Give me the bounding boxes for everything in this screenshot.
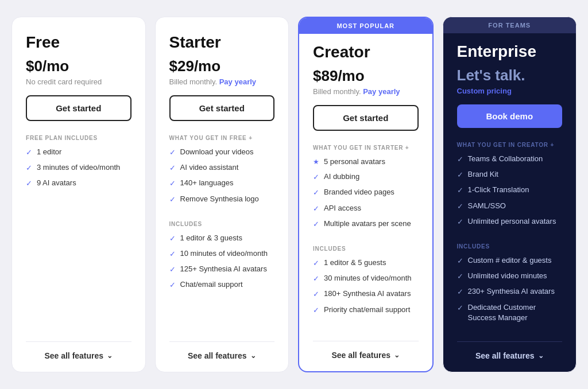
check-icon: ✓: [457, 170, 463, 180]
creator-inc-3: ✓ 180+ Synthesia AI avatars: [313, 289, 419, 299]
check-icon: ✓: [169, 163, 176, 173]
creator-includes-label: INCLUDES: [313, 246, 419, 252]
creator-includes-list: ✓ 1 editor & 5 guests ✓ 30 minutes of vi…: [313, 258, 419, 320]
free-feature-1: ✓ 1 editor: [26, 147, 131, 158]
check-icon: ✓: [457, 303, 463, 313]
starter-see-all[interactable]: See all features ⌄: [169, 341, 275, 360]
starter-feature-2: ✓ AI video assistant: [169, 162, 275, 173]
creator-cta-button[interactable]: Get started: [313, 105, 419, 131]
check-icon: ✓: [313, 172, 319, 182]
enterprise-inc-2: ✓ Unlimited video minutes: [457, 271, 563, 282]
check-icon: ✓: [313, 274, 319, 284]
enterprise-top-feature-list: ✓ Teams & Collaboration ✓ Brand Kit ✓ 1-…: [457, 154, 563, 232]
free-section-label: FREE PLAN INCLUDES: [26, 135, 131, 141]
star-icon: ★: [313, 157, 319, 167]
creator-inc-2: ✓ 30 minutes of video/month: [313, 273, 419, 284]
creator-inc-1: ✓ 1 editor & 5 guests: [313, 258, 419, 269]
check-icon: ✓: [169, 147, 176, 158]
starter-plan-name: Starter: [169, 33, 275, 52]
starter-includes-label: INCLUDES: [169, 221, 275, 227]
check-icon: ✓: [313, 289, 319, 299]
creator-price: $89/mo: [313, 67, 419, 85]
free-cta-button[interactable]: Get started: [26, 95, 131, 121]
starter-pay-yearly: Pay yearly: [219, 77, 256, 86]
creator-inc-4: ✓ Priority chat/email support: [313, 305, 419, 316]
enterprise-plan-name: Enterprise: [457, 42, 563, 61]
chevron-down-icon: ⌄: [107, 352, 113, 360]
enterprise-feature-3: ✓ 1-Click Translation: [457, 185, 563, 196]
check-icon: ✓: [313, 219, 319, 229]
card-enterprise: FOR TEAMS Enterprise Let's talk. Custom …: [443, 17, 577, 372]
free-feature-2: ✓ 3 minutes of video/month: [26, 162, 131, 173]
starter-feature-1: ✓ Download your videos: [169, 147, 275, 158]
check-icon: ✓: [457, 154, 463, 165]
check-icon: ✓: [169, 178, 176, 189]
free-feature-3: ✓ 9 AI avatars: [26, 178, 131, 189]
free-feature-list: ✓ 1 editor ✓ 3 minutes of video/month ✓ …: [26, 147, 131, 194]
enterprise-badge: FOR TEAMS: [443, 17, 577, 33]
creator-feature-3: ✓ Branded video pages: [313, 187, 419, 198]
check-icon: ✓: [457, 287, 463, 297]
starter-top-feature-list: ✓ Download your videos ✓ AI video assist…: [169, 147, 275, 209]
check-icon: ✓: [26, 147, 32, 158]
starter-feature-4: ✓ Remove Synthesia logo: [169, 194, 275, 205]
enterprise-includes-list: ✓ Custom # editor & guests ✓ Unlimited v…: [457, 255, 563, 328]
starter-inc-4: ✓ Chat/email support: [169, 279, 275, 290]
creator-billed: Billed monthly. Pay yearly: [313, 87, 419, 96]
starter-inc-2: ✓ 10 minutes of video/month: [169, 248, 275, 259]
check-icon: ✓: [457, 185, 463, 196]
creator-see-all[interactable]: See all features ⌄: [313, 341, 419, 360]
check-icon: ✓: [26, 163, 32, 173]
check-icon: ✓: [457, 271, 463, 282]
creator-feature-4: ✓ API access: [313, 203, 419, 214]
check-icon: ✓: [169, 249, 176, 259]
card-starter: Starter $29/mo Billed monthly. Pay yearl…: [155, 17, 289, 372]
check-icon: ✓: [313, 204, 319, 214]
enterprise-includes-label: INCLUDES: [457, 243, 563, 250]
enterprise-inc-4: ✓ Dedicated Customer Success Manager: [457, 302, 563, 323]
check-icon: ✓: [457, 256, 463, 266]
chevron-down-icon: ⌄: [250, 352, 256, 360]
starter-inc-1: ✓ 1 editor & 3 guests: [169, 233, 275, 244]
starter-section-label: WHAT YOU GET IN FREE +: [169, 135, 275, 141]
free-see-all[interactable]: See all features ⌄: [26, 341, 131, 360]
enterprise-inc-1: ✓ Custom # editor & guests: [457, 255, 563, 266]
starter-billed: Billed monthly. Pay yearly: [169, 77, 275, 86]
creator-feature-1: ★ 5 personal avatars: [313, 157, 419, 167]
starter-includes-list: ✓ 1 editor & 3 guests ✓ 10 minutes of vi…: [169, 233, 275, 295]
check-icon: ✓: [457, 217, 463, 227]
check-icon: ✓: [169, 234, 176, 244]
enterprise-price: Let's talk.: [457, 67, 563, 84]
enterprise-feature-1: ✓ Teams & Collaboration: [457, 154, 563, 165]
creator-feature-2: ✓ AI dubbing: [313, 172, 419, 182]
starter-feature-3: ✓ 140+ languages: [169, 178, 275, 189]
pricing-container: Free $0/mo No credit card required Get s…: [11, 17, 577, 372]
chevron-down-icon: ⌄: [394, 351, 400, 359]
starter-cta-button[interactable]: Get started: [169, 95, 275, 121]
creator-top-feature-list: ★ 5 personal avatars ✓ AI dubbing ✓ Bran…: [313, 157, 419, 234]
free-no-credit: No credit card required: [26, 77, 131, 86]
enterprise-custom-pricing: Custom pricing: [457, 87, 563, 95]
enterprise-see-all[interactable]: See all features ⌄: [457, 341, 563, 360]
check-icon: ✓: [169, 264, 176, 275]
enterprise-feature-5: ✓ Unlimited personal avatars: [457, 216, 563, 227]
enterprise-feature-2: ✓ Brand Kit: [457, 169, 563, 180]
card-free: Free $0/mo No credit card required Get s…: [11, 17, 146, 372]
enterprise-inc-3: ✓ 230+ Synthesia AI avatars: [457, 286, 563, 297]
creator-badge: MOST POPULAR: [299, 18, 432, 34]
check-icon: ✓: [169, 280, 176, 290]
check-icon: ✓: [457, 201, 463, 212]
free-plan-name: Free: [26, 33, 131, 52]
check-icon: ✓: [26, 178, 32, 189]
check-icon: ✓: [313, 305, 319, 316]
enterprise-cta-button[interactable]: Book demo: [457, 104, 563, 128]
check-icon: ✓: [313, 188, 319, 198]
creator-plan-name: Creator: [313, 43, 419, 61]
free-price: $0/mo: [26, 57, 131, 75]
creator-feature-5: ✓ Multiple avatars per scene: [313, 219, 419, 229]
enterprise-section-label: WHAT YOU GET IN CREATOR +: [457, 142, 563, 148]
starter-price: $29/mo: [169, 57, 275, 75]
card-creator: MOST POPULAR Creator $89/mo Billed month…: [298, 17, 434, 372]
enterprise-feature-4: ✓ SAML/SSO: [457, 201, 563, 212]
check-icon: ✓: [313, 258, 319, 269]
